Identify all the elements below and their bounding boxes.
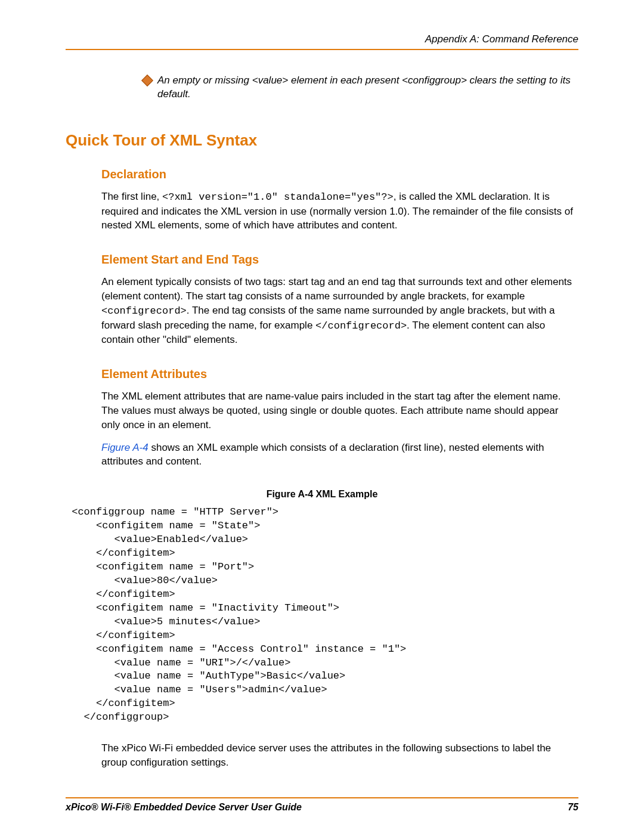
footer-rule	[66, 797, 578, 798]
footer-row: xPico® Wi-Fi® Embedded Device Server Use…	[66, 802, 578, 813]
inline-code: </configrecord>	[315, 320, 407, 332]
inline-code: <?xml version="1.0" standalone="yes"?>	[162, 191, 394, 203]
figure-reference-link[interactable]: Figure A-4	[101, 442, 148, 453]
bullet-item: An empty or missing <value> element in e…	[143, 74, 578, 101]
paragraph: The xPico Wi-Fi embedded device server u…	[101, 741, 578, 770]
header-rule	[66, 49, 578, 50]
section-element-tags: Element Start and End Tags An element ty…	[101, 253, 578, 347]
paragraph: An element typically consists of two tag…	[101, 275, 578, 347]
paragraph: The first line, <?xml version="1.0" stan…	[101, 190, 578, 233]
closing-paragraph: The xPico Wi-Fi embedded device server u…	[101, 741, 578, 770]
paragraph: The XML element attributes that are name…	[101, 389, 578, 432]
text: shows an XML example which consists of a…	[101, 442, 544, 467]
subheading-declaration: Declaration	[101, 168, 578, 181]
section-heading-quick-tour: Quick Tour of XML Syntax	[66, 131, 578, 150]
page-number: 75	[568, 802, 578, 813]
page-footer: xPico® Wi-Fi® Embedded Device Server Use…	[66, 797, 578, 813]
code-block-xml-example: <configgroup name = "HTTP Server"> <conf…	[66, 506, 578, 724]
subheading-element-attributes: Element Attributes	[101, 367, 578, 381]
footer-title: xPico® Wi-Fi® Embedded Device Server Use…	[66, 802, 302, 813]
page: Appendix A: Command Reference An empty o…	[0, 0, 644, 833]
running-header: Appendix A: Command Reference	[66, 33, 578, 45]
section-element-attributes: Element Attributes The XML element attri…	[101, 367, 578, 469]
figure-caption: Figure A-4 XML Example	[66, 489, 578, 500]
note-block: An empty or missing <value> element in e…	[143, 74, 578, 101]
bullet-text: An empty or missing <value> element in e…	[157, 74, 578, 101]
subheading-element-tags: Element Start and End Tags	[101, 253, 578, 267]
section-declaration: Declaration The first line, <?xml versio…	[101, 168, 578, 233]
text: An element typically consists of two tag…	[101, 276, 572, 302]
diamond-bullet-icon	[141, 75, 153, 86]
inline-code: <configrecord>	[101, 305, 187, 317]
paragraph: Figure A-4 shows an XML example which co…	[101, 441, 578, 469]
text: The first line,	[101, 191, 162, 202]
